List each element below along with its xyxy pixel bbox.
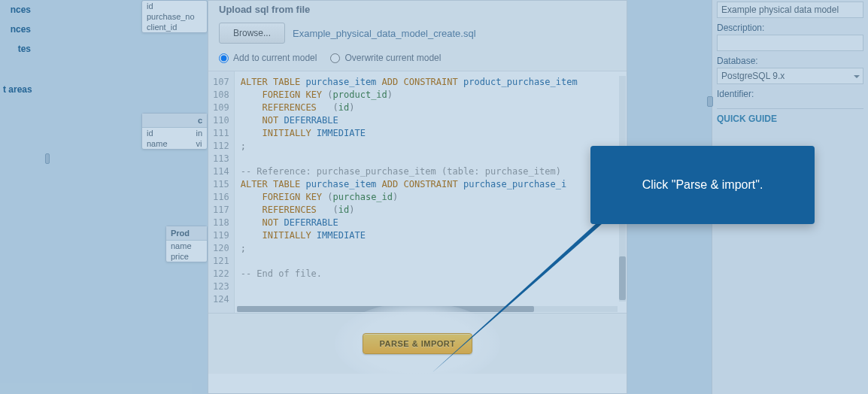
diagram-canvas[interactable]: id purchase_no client_id c id name in vi… <box>45 0 211 394</box>
upload-section: Upload sql from file Browse... Example_p… <box>208 1 627 71</box>
sidebar-item[interactable]: t areas <box>0 80 34 99</box>
table-header: Prod <box>166 226 207 241</box>
tooltip-pointer <box>432 200 627 373</box>
description-label: Description: <box>717 23 863 33</box>
diagram-table[interactable]: id purchase_no client_id <box>141 0 208 33</box>
browse-button[interactable]: Browse... <box>219 23 285 44</box>
table-column: in <box>191 128 207 138</box>
database-select[interactable]: PostgreSQL 9.x <box>717 68 863 84</box>
table-column: name <box>166 241 207 251</box>
description-field[interactable] <box>717 35 863 51</box>
radio-overwrite-model[interactable] <box>330 53 340 63</box>
table-header: c <box>142 114 207 128</box>
table-column: name <box>142 138 172 149</box>
left-sidebar: nces nces tes t areas <box>0 0 34 394</box>
table-column: client_id <box>142 22 207 32</box>
table-column: price <box>166 251 207 262</box>
database-label: Database: <box>717 56 863 66</box>
radio-overwrite-label: Overwrite current model <box>344 53 441 63</box>
sidebar-item[interactable]: tes <box>0 39 34 59</box>
table-column: purchase_no <box>142 11 207 22</box>
editor-gutter: 107 108 109 110 111 112 113 114 115 116 … <box>208 71 235 313</box>
table-column: id <box>142 1 207 11</box>
tutorial-tooltip: Click "Parse & import". <box>590 146 815 224</box>
quick-guide-heading[interactable]: QUICK GUIDE <box>717 108 863 124</box>
radio-add-label: Add to current model <box>233 53 317 63</box>
diagram-table[interactable]: Prod name price <box>165 226 208 262</box>
radio-add-to-model[interactable] <box>219 53 229 63</box>
svg-marker-0 <box>432 202 627 373</box>
sidebar-item[interactable]: nces <box>0 20 34 39</box>
diagram-table[interactable]: c id name in vi <box>141 113 208 150</box>
selected-filename: Example_physical_data_model_create.sql <box>293 28 476 39</box>
tooltip-text: Click "Parse & import". <box>642 178 763 192</box>
panel-collapse-handle[interactable] <box>707 96 713 107</box>
identifier-label: Identifier: <box>717 89 863 99</box>
table-column: vi <box>191 138 207 149</box>
model-name-field[interactable]: Example physical data model <box>717 2 863 18</box>
upload-title: Upload sql from file <box>219 1 616 23</box>
sidebar-item[interactable]: nces <box>0 0 34 20</box>
table-column: id <box>142 128 172 138</box>
